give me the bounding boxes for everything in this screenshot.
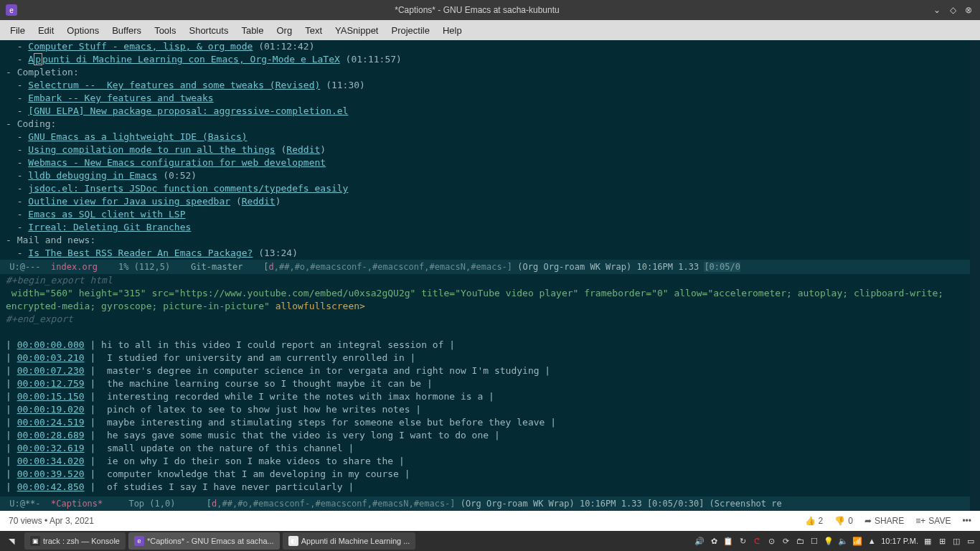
menu-yasnippet[interactable]: YASnippet <box>329 23 384 38</box>
org-link[interactable]: Using compilation mode to run all the th… <box>28 144 275 155</box>
org-link[interactable]: jsdoc.el: Inserts JSDoc function comment… <box>28 183 348 194</box>
system-tray: 🔊 ✿ 📋 ↻ ᕦ ⊙ ⟳ 🗀 ☐ 💡 🔈 📶 ▲ 10:17 P.M. ▦ ⊞… <box>690 537 980 546</box>
menu-shortcuts[interactable]: Shortcuts <box>183 23 234 38</box>
timestamp-link[interactable]: 00:00:28.689 <box>17 430 85 441</box>
tray-icon[interactable]: ☐ <box>809 537 819 546</box>
scrollbar[interactable] <box>970 40 980 511</box>
menu-buffers[interactable]: Buffers <box>106 23 147 38</box>
maximize-icon[interactable]: ◇ <box>947 4 958 16</box>
org-link[interactable]: Reddit <box>286 144 320 155</box>
timestamp-link[interactable]: 00:00:12.759 <box>17 378 85 389</box>
window-controls: ⌄ ◇ ⊗ <box>931 4 974 16</box>
tray-icon[interactable]: ▦ <box>923 537 933 546</box>
timestamp-link[interactable]: 00:00:34.020 <box>17 456 85 466</box>
org-link[interactable]: GNU Emacs as a lightweight IDE (Basics) <box>28 131 247 142</box>
desktop-taskbar: ◥ ▣track : zsh — Konsolee*Captions* - GN… <box>0 531 980 551</box>
org-link[interactable]: lldb debugging in Emacs <box>28 170 157 181</box>
menu-file[interactable]: File <box>4 23 31 38</box>
menu-org[interactable]: Org <box>270 23 298 38</box>
tray-icon[interactable]: ◫ <box>951 537 961 546</box>
tray-icon[interactable]: ⊞ <box>937 537 947 546</box>
modeline-bottom[interactable]: U:@**- *Captions* Top (1,0) [d,##,#o,#em… <box>0 496 970 511</box>
timestamp-link[interactable]: 00:00:39.520 <box>17 468 85 479</box>
menu-tools[interactable]: Tools <box>149 23 182 38</box>
tray-icon[interactable]: ↻ <box>738 537 748 546</box>
timestamp-link[interactable]: 00:00:19.020 <box>17 404 85 415</box>
tray-icon[interactable]: ⊙ <box>766 537 776 546</box>
tray-icon[interactable]: 🗀 <box>795 537 805 545</box>
menu-table[interactable]: Table <box>235 23 269 38</box>
wifi-icon[interactable]: 📶 <box>852 537 862 546</box>
modeline-top[interactable]: U:@--- index.org 1% (112,5) Git-master [… <box>0 260 970 274</box>
save-button[interactable]: ≡+ SAVE <box>915 516 951 526</box>
menu-projectile[interactable]: Projectile <box>385 23 435 38</box>
bulb-icon[interactable]: 💡 <box>824 537 834 546</box>
timestamp-link[interactable]: 00:00:32.619 <box>17 443 85 453</box>
timestamp-link[interactable]: 00:00:03.210 <box>17 352 85 363</box>
org-link[interactable]: Reddit <box>242 196 275 207</box>
timestamp-link[interactable]: 00:00:00.000 <box>17 339 85 350</box>
window-titlebar: e *Captions* - GNU Emacs at sacha-kubunt… <box>0 0 980 20</box>
editor-area: - Computer Stuff - emacs, lisp, & org mo… <box>0 40 980 511</box>
timestamp-link[interactable]: 00:00:07.230 <box>17 365 85 376</box>
tray-icon[interactable]: ⟳ <box>781 537 791 546</box>
org-link[interactable]: Is The Best RSS Reader An Emacs Package? <box>28 248 253 258</box>
menu-options[interactable]: Options <box>61 23 105 38</box>
show-desktop-icon[interactable]: ▭ <box>966 537 976 546</box>
menu-edit[interactable]: Edit <box>32 23 60 38</box>
org-link[interactable]: Selectrum -- Key features and some tweak… <box>28 80 320 90</box>
taskbar-task[interactable]: ▣track : zsh — Konsole <box>24 532 126 550</box>
org-link[interactable]: Outline view for Java using speedbar <box>28 196 230 207</box>
taskbar-task[interactable]: ◐Appunti di Machine Learning ... <box>283 532 416 550</box>
org-link[interactable]: Irreal: Deleting Git Branches <box>28 222 191 232</box>
org-link[interactable]: Embark -- Key features and tweaks <box>28 93 213 103</box>
buffer-captions[interactable]: #+begin_export html width="560" height="… <box>0 274 970 496</box>
like-button[interactable]: 👍 2 <box>805 516 824 526</box>
youtube-info-bar: 70 views • Apr 3, 2021 👍 2 👎 0 ➦ SHARE ≡… <box>0 511 980 531</box>
buffer-index-org[interactable]: - Computer Stuff - emacs, lisp, & org mo… <box>0 40 970 260</box>
close-icon[interactable]: ⊗ <box>963 4 974 16</box>
timestamp-link[interactable]: 00:00:24.519 <box>17 417 85 428</box>
timestamp-link[interactable]: 00:00:15.150 <box>17 391 85 402</box>
org-link[interactable]: Webmacs - New Emacs configuration for we… <box>28 157 326 168</box>
volume-icon[interactable]: 🔊 <box>694 537 705 546</box>
tray-icon[interactable]: ᕦ <box>752 537 762 546</box>
menu-help[interactable]: Help <box>437 23 468 38</box>
menu-text[interactable]: Text <box>299 23 328 38</box>
org-link[interactable]: Appunti di Machine Learning con Emacs, O… <box>28 53 339 65</box>
org-link[interactable]: [GNU ELPA] New package proposal: aggress… <box>28 105 348 116</box>
org-link[interactable]: Computer Stuff - emacs, lisp, & org mode <box>28 41 253 52</box>
share-button[interactable]: ➦ SHARE <box>864 516 904 526</box>
clock[interactable]: 10:17 P.M. <box>881 537 918 545</box>
minimize-icon[interactable]: ⌄ <box>931 4 943 16</box>
emacs-menubar: FileEditOptionsBuffersToolsShortcutsTabl… <box>0 20 980 40</box>
tray-icon[interactable]: ✿ <box>709 537 719 546</box>
org-link[interactable]: Emacs as SQL client with LSP <box>28 209 185 220</box>
sound-icon[interactable]: 🔈 <box>838 537 848 546</box>
taskbar-task[interactable]: e*Captions* - GNU Emacs at sacha... <box>128 532 280 550</box>
emacs-app-icon: e <box>6 4 17 16</box>
window-title: *Captions* - GNU Emacs at sacha-kubuntu <box>23 5 931 15</box>
clipboard-icon[interactable]: 📋 <box>723 537 733 546</box>
more-icon[interactable]: ••• <box>962 516 971 526</box>
dislike-button[interactable]: 👎 0 <box>834 516 853 526</box>
up-icon[interactable]: ▲ <box>867 537 877 545</box>
timestamp-link[interactable]: 00:00:42.850 <box>17 481 85 492</box>
app-launcher-icon[interactable]: ◥ <box>0 531 23 551</box>
video-views: 70 views • Apr 3, 2021 <box>9 516 94 526</box>
